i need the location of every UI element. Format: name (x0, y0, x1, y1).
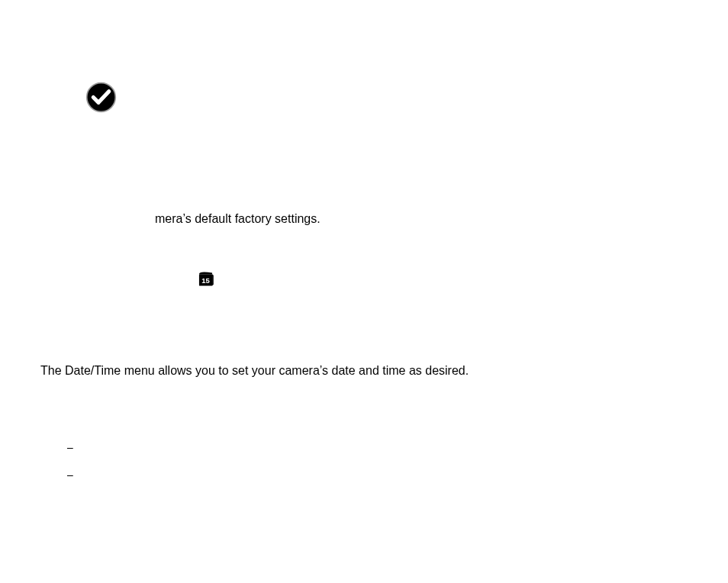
list-dash-1: – (67, 441, 73, 453)
list-dash-2: – (67, 469, 73, 481)
calendar-15-icon: 15 (198, 270, 214, 288)
svg-text:15: 15 (201, 276, 209, 285)
datetime-description: The Date/Time menu allows you to set you… (40, 364, 469, 378)
checkmark-icon (85, 82, 117, 113)
factory-settings-fragment: mera’s default factory settings. (155, 212, 321, 226)
